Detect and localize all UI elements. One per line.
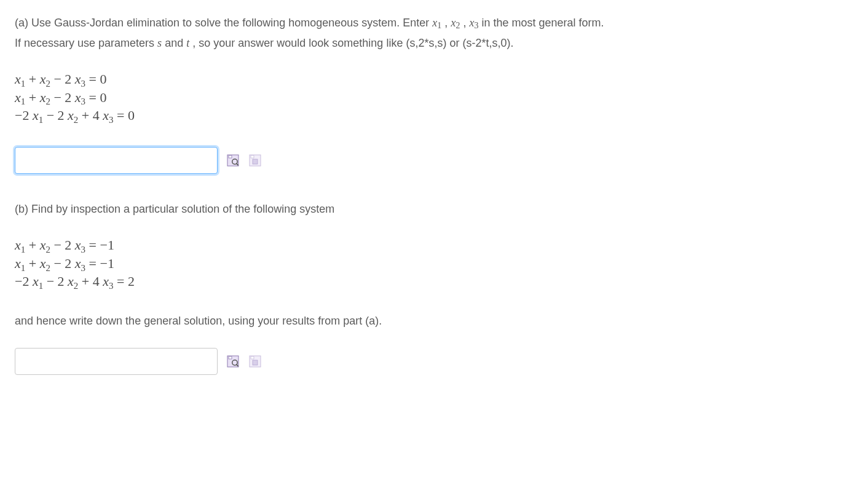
part-a-text-4: and [165, 37, 186, 49]
preview-icon[interactable] [226, 154, 240, 167]
preview-icon[interactable] [226, 355, 240, 368]
svg-rect-12 [251, 356, 254, 359]
part-a-answer-input[interactable] [15, 147, 218, 174]
part-a-eq2: x1 + x2 − 2 x3 = 0 [15, 89, 848, 107]
part-a-text-1: (a) Use Gauss-Jordan elimination to solv… [15, 17, 432, 29]
part-b-eq2: x1 + x2 − 2 x3 = −1 [15, 254, 848, 273]
part-b-equations: x1 + x2 − 2 x3 = −1 x1 + x2 − 2 x3 = −1 … [15, 236, 848, 291]
part-a-prompt-line2: If necessary use parameters s and t , so… [15, 35, 848, 52]
x1-var: x1 [432, 17, 441, 29]
part-a-text-3: If necessary use parameters [15, 37, 157, 49]
svg-rect-8 [229, 356, 232, 359]
part-a-prompt-line1: (a) Use Gauss-Jordan elimination to solv… [15, 15, 848, 31]
svg-rect-1 [229, 156, 232, 158]
param-s: s [157, 37, 162, 49]
part-a-text-2: in the most general form. [481, 17, 604, 29]
comma1: , [441, 17, 451, 29]
part-b-answer-input[interactable] [15, 348, 218, 375]
part-a-eq1: x1 + x2 − 2 x3 = 0 [15, 70, 848, 89]
param-t: t [186, 37, 189, 49]
svg-rect-13 [253, 360, 258, 365]
part-b-eq3: −2 x1 − 2 x2 + 4 x3 = 2 [15, 272, 848, 291]
x3-var: x3 [469, 17, 478, 29]
part-a-equations: x1 + x2 − 2 x3 = 0 x1 + x2 − 2 x3 = 0 −2… [15, 70, 848, 125]
svg-rect-5 [251, 156, 254, 158]
part-b-followup: and hence write down the general solutio… [15, 313, 848, 329]
svg-rect-6 [253, 159, 258, 164]
help-icon[interactable] [248, 154, 262, 167]
help-icon[interactable] [248, 355, 262, 368]
part-b-answer-row [15, 348, 848, 375]
part-a-eq3: −2 x1 − 2 x2 + 4 x3 = 0 [15, 106, 848, 125]
part-a-text-5: , so your answer would look something li… [192, 37, 513, 49]
x2-var: x2 [451, 17, 460, 29]
part-a-answer-row [15, 147, 848, 174]
part-b-prompt: (b) Find by inspection a particular solu… [15, 201, 848, 218]
part-b-eq1: x1 + x2 − 2 x3 = −1 [15, 236, 848, 254]
comma2: , [460, 17, 469, 29]
